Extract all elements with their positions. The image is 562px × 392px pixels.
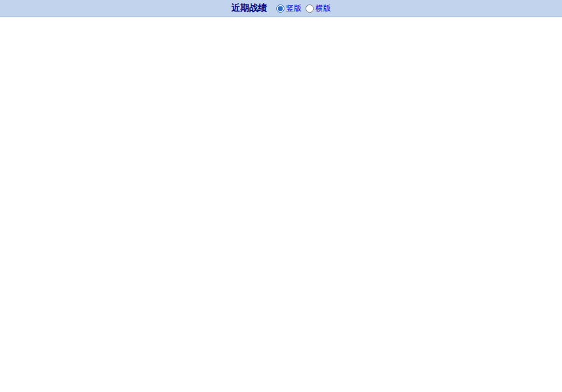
topbar: 近期战绩 竖版 横版: [0, 0, 562, 17]
horizontal-layout-option[interactable]: 横版: [306, 3, 331, 14]
horizontal-label: 横版: [316, 3, 331, 14]
vertical-label: 竖版: [286, 3, 302, 14]
vertical-radio-icon[interactable]: [276, 4, 285, 13]
page-title: 近期战绩: [232, 3, 267, 14]
horizontal-radio-icon[interactable]: [306, 4, 314, 13]
vertical-layout-option[interactable]: 竖版: [276, 3, 302, 14]
